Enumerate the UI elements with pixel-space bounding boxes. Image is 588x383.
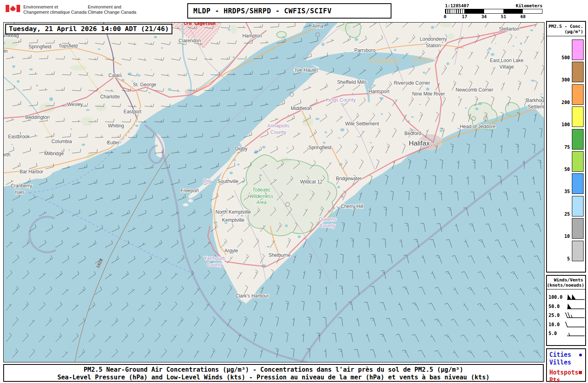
map-label: Bar Harbor [20,169,43,175]
wind-speed-label: 100.0 [547,294,565,300]
wind-barb-icon [565,321,585,329]
map-label: Clark's Harbour [236,293,269,299]
pm25-class-label: 50 [547,167,572,172]
map-label: East Loon Lake [490,58,524,63]
canada-flag-logo [6,5,20,14]
map-label: Newcomb Corner [455,87,493,93]
divider [547,289,585,289]
map-label: Wilderness [249,194,273,199]
wind-speed-label: 5.0 [547,331,565,336]
wind-speed-label: 10.0 [547,322,565,327]
map-label: Digby [235,146,248,152]
map-label: Parrsboro [354,48,376,53]
map-label: Calais [108,73,122,78]
city-dot-icon [579,354,582,356]
map-label: County [207,262,223,268]
map-label: Halifax [409,139,430,147]
map-scalebar: 1:1285407 Kilometers 017345168 [445,3,542,19]
map-label: Isle Haute [295,67,317,73]
military-area-label: CFB Gagetown [184,23,215,26]
pm25-class-row: 200 [547,84,585,105]
map-label: Cranberry [10,183,32,189]
map-label: St. George [133,82,156,87]
map-label: Cherry Hill [341,204,363,209]
pm25-class-label: 5 [547,256,572,261]
wind-speed-label: 50.0 [547,304,565,309]
pm25-class-row: 75 [547,129,585,150]
wind-speed-row: 10.0 [547,320,585,329]
map-label: Annapolis [267,123,290,129]
map-label: Eastport [124,109,142,114]
map-label: North Kemptville [215,209,251,215]
scalebar-tick: 34 [481,14,487,19]
caption-line1: PM2.5 Near-Ground Air Concentrations (µg… [4,366,543,374]
pm25-legend: PM2.5 - Conc. (µg/m³) 500300200100755035… [546,21,586,273]
divider [547,36,585,36]
pm25-class-swatch [572,40,584,60]
map-label: oln [4,48,8,54]
map-label: Settlement [528,104,544,110]
map-label: Head of Jeddore [460,124,496,129]
pm25-class-row: 100 [547,106,585,127]
map-label: Springfield [29,44,52,50]
map-label: Cutler [107,140,120,146]
map-label: Wesley [67,102,83,107]
map-label: Yarmouth [204,256,225,261]
map-label: Eastbrook [8,134,30,139]
map-label: Isles [15,189,25,195]
map-label: Freeport [180,188,199,194]
map-label: County [270,129,286,135]
scalebar-ticks: 017345168 [445,14,542,19]
map-label: Beddington [25,114,50,120]
map-label: Queens [319,216,336,222]
pm25-class-label: 10 [547,234,572,239]
map-label: Milbridge [44,151,64,156]
map-label: Argyle [224,248,238,254]
wind-speed-row: 100.0 [547,293,585,302]
wind-barb-icon [565,329,585,337]
map-label: Dig [203,178,211,184]
pm25-class-swatch [572,218,584,239]
winds-legend: Winds/Vents (knots/noeuds) 100.050.025.0… [546,275,586,346]
scalebar-tick: 0 [444,14,447,19]
pm25-class-label: 200 [547,100,572,105]
wind-speed-row: 50.0 [547,302,585,311]
cities-legend-fr: Villes [549,359,584,366]
map-label: Stellarton [499,26,520,32]
mldp-map-page: Environnement etChangement climatique Ca… [0,0,588,383]
map-label: Clarendon [178,38,201,44]
hotspot-square-icon [579,371,582,374]
wind-speed-label: 25.0 [547,312,565,318]
pm25-class-row: 25 [547,196,585,216]
wind-barb-icon [565,302,585,310]
pm25-class-label: 100 [547,122,572,127]
hotspots-legend-fr: Pts chauds [549,377,584,383]
caption-line2: Sea-Level Pressure (hPa) and Low-Level W… [4,374,543,381]
pm25-class-row: 5 [547,241,585,261]
scalebar-bar [445,9,542,14]
map-label: Shelburne [269,252,291,258]
scalebar-tick: 17 [462,14,467,19]
map-label: Charlotte [100,94,120,100]
pm25-class-swatch [572,84,584,105]
pm25-class-label: 35 [547,189,572,194]
map-label: Bedford [404,131,421,136]
pm25-class-label: 300 [547,77,572,82]
pm25-class-row: 10 [547,218,585,239]
scale-ratio: 1:1285407 [445,3,469,8]
cities-legend-en: Cities [549,351,584,359]
scalebar-tick: 68 [520,14,526,19]
pm25-class-row: 35 [547,173,585,194]
pm25-class-swatch [572,173,584,194]
map-label: County [319,223,335,229]
caption-box: PM2.5 Near-Ground Air Concentrations (µg… [3,364,544,382]
pm25-class-label: 500 [547,55,572,60]
dept-name-en: Environment andClimate Change Canada [88,4,136,15]
pm25-class-swatch [572,241,584,261]
pm25-class-swatch [572,129,584,150]
pm25-class-label: 75 [547,145,572,150]
map-label: Hampton [242,33,262,39]
pm25-class-swatch [572,106,584,127]
map-label: Kemptville [222,217,244,223]
datetime-label: Tuesday, 21 April 2026 14:00 ADT (21/46) [9,25,169,33]
